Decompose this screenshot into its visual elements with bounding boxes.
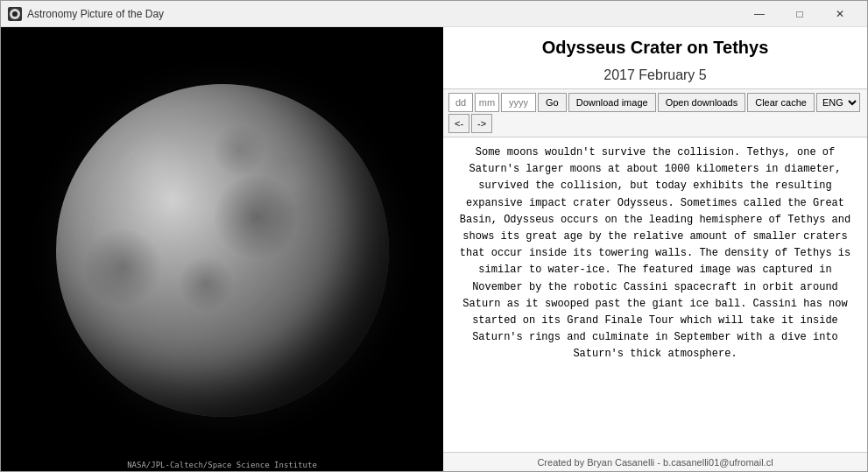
statusbar-text: Created by Bryan Casanelli - b.casanelli…: [537, 457, 773, 468]
year-input[interactable]: [501, 93, 536, 112]
next-button[interactable]: ->: [471, 114, 492, 133]
toolbar: Go Download image Open downloads Clear c…: [443, 88, 867, 137]
content-date: 2017 February 5: [443, 62, 867, 88]
description-text[interactable]: Some moons wouldn't survive the collisio…: [443, 137, 867, 452]
moon-image: [56, 84, 389, 417]
month-input[interactable]: [475, 93, 499, 112]
moon-sphere: [56, 84, 389, 417]
minimize-button[interactable]: —: [739, 1, 780, 27]
window-controls: — □ ✕: [739, 1, 860, 27]
close-button[interactable]: ✕: [820, 1, 860, 27]
main-content: NASA/JPL-Caltech/Space Science Institute…: [1, 27, 867, 471]
image-panel: NASA/JPL-Caltech/Space Science Institute: [1, 27, 443, 471]
titlebar: Astronomy Picture of the Day — □ ✕: [1, 1, 867, 27]
download-button[interactable]: Download image: [568, 93, 656, 112]
open-downloads-button[interactable]: Open downloads: [658, 93, 746, 112]
clear-cache-button[interactable]: Clear cache: [747, 93, 815, 112]
language-select[interactable]: ENG ESP: [816, 93, 860, 112]
content-title: Odysseus Crater on Tethys: [443, 27, 867, 62]
svg-point-1: [12, 11, 18, 17]
day-input[interactable]: [448, 93, 473, 112]
maximize-button[interactable]: □: [780, 1, 820, 27]
prev-button[interactable]: <-: [448, 114, 469, 133]
app-icon: [8, 7, 22, 21]
go-button[interactable]: Go: [538, 93, 567, 112]
window-title: Astronomy Picture of the Day: [27, 8, 739, 20]
image-credit: NASA/JPL-Caltech/Space Science Institute: [1, 461, 443, 469]
right-panel: Odysseus Crater on Tethys 2017 February …: [443, 27, 867, 471]
description-wrapper: Some moons wouldn't survive the collisio…: [443, 137, 867, 452]
apod-image: [1, 27, 443, 471]
statusbar: Created by Bryan Casanelli - b.casanelli…: [443, 452, 867, 471]
